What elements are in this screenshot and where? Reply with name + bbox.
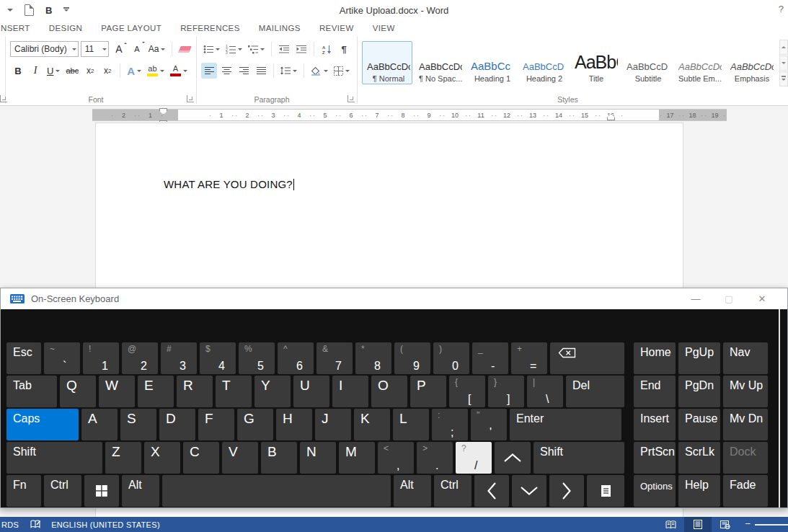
read-mode-button[interactable]	[657, 517, 684, 532]
key-caps[interactable]: Caps	[6, 409, 79, 440]
close-button[interactable]: ✕	[745, 288, 779, 309]
key-3[interactable]: #3	[161, 342, 197, 374]
decrease-indent-button[interactable]	[276, 41, 292, 57]
key-j[interactable]: J	[315, 409, 351, 440]
key-nav[interactable]: Nav	[723, 342, 768, 374]
key-6[interactable]: ^6	[278, 342, 314, 374]
key-w[interactable]: W	[99, 376, 135, 407]
key-c[interactable]: C	[183, 442, 219, 474]
style-card-heading-2[interactable]: AaBbCcDHeading 2	[518, 41, 568, 84]
font-size-combo[interactable]: 11	[81, 41, 109, 57]
text-effects-button[interactable]: A	[125, 63, 143, 79]
key-arrow-up[interactable]	[495, 442, 531, 474]
key-5[interactable]: %5	[239, 342, 275, 374]
key-dock[interactable]: Dock	[723, 442, 768, 474]
numbering-button[interactable]: 123	[223, 41, 244, 57]
key-s[interactable]: S	[120, 409, 156, 440]
help-icon[interactable]: ?	[779, 4, 784, 14]
gallery-scroll-up-icon[interactable]	[779, 40, 788, 55]
key-insert[interactable]: Insert	[634, 409, 676, 440]
key-bracket-left[interactable]: {[	[449, 376, 485, 407]
key-2[interactable]: @2	[122, 342, 158, 374]
key-fn[interactable]: Fn	[6, 475, 41, 507]
key-0[interactable]: )0	[433, 342, 469, 374]
key-p[interactable]: P	[410, 376, 446, 407]
key-period[interactable]: >.	[417, 442, 453, 474]
print-layout-button[interactable]	[684, 517, 712, 532]
strikethrough-button[interactable]: abc	[63, 63, 81, 79]
key-1[interactable]: !1	[83, 342, 119, 374]
key-move-down[interactable]: Mv Dn	[723, 409, 768, 440]
ribbon-tab-references[interactable]: REFERENCES	[171, 24, 249, 32]
paragraph-dialog-launcher-icon[interactable]	[347, 95, 355, 102]
key-z[interactable]: Z	[105, 442, 141, 474]
osk-title-bar[interactable]: On-Screen Keyboard —▢✕	[1, 288, 787, 309]
style-card-normal[interactable]: AaBbCcDc¶ Normal	[362, 41, 412, 84]
key-arrow-left[interactable]	[474, 475, 509, 507]
key-backquote[interactable]: ~`	[44, 342, 80, 374]
key-home[interactable]: Home	[634, 342, 676, 374]
zoom-slider[interactable]	[755, 524, 788, 526]
key-q[interactable]: Q	[60, 376, 96, 407]
ribbon-tab-review[interactable]: REVIEW	[310, 24, 363, 32]
key-ctrl-right[interactable]: Ctrl	[434, 475, 472, 507]
key-pgup[interactable]: PgUp	[678, 342, 720, 374]
proofing-icon[interactable]	[30, 520, 41, 529]
bullets-button[interactable]	[201, 41, 222, 57]
zoom-out-button[interactable]: −	[745, 518, 751, 529]
show-formatting-marks-button[interactable]: ¶	[336, 41, 352, 57]
gallery-scroll-down-icon[interactable]	[779, 56, 788, 71]
key-alt-right[interactable]: Alt	[394, 475, 431, 507]
key-9[interactable]: (9	[394, 342, 430, 374]
align-left-button[interactable]	[201, 63, 217, 79]
borders-button[interactable]	[332, 63, 352, 79]
shading-button[interactable]	[309, 63, 330, 79]
change-case-button[interactable]: Aa	[147, 41, 167, 57]
sort-button[interactable]: AZ	[319, 41, 335, 57]
gallery-more-icon[interactable]	[779, 71, 788, 87]
key-alt-left[interactable]: Alt	[122, 475, 159, 507]
justify-button[interactable]	[253, 63, 269, 79]
key-help[interactable]: Help	[678, 475, 720, 507]
shrink-font-button[interactable]: A	[129, 41, 145, 57]
key-prtscn[interactable]: PrtScn	[634, 442, 676, 474]
ribbon-tab-design[interactable]: DESIGN	[40, 24, 92, 32]
key-r[interactable]: R	[177, 376, 213, 407]
key-i[interactable]: I	[332, 376, 368, 407]
key-del[interactable]: Del	[566, 376, 624, 407]
ribbon-tab-view[interactable]: VIEW	[363, 24, 404, 32]
key-esc[interactable]: Esc	[6, 342, 41, 374]
dropdown-chevron-icon[interactable]	[7, 9, 13, 14]
new-file-icon[interactable]	[25, 4, 34, 16]
maximize-button[interactable]: ▢	[712, 288, 745, 309]
style-card-heading-1[interactable]: AaBbCcHeading 1	[466, 41, 516, 84]
style-card-title[interactable]: AaBbCcTitle	[570, 41, 620, 84]
key-pause[interactable]: Pause	[678, 409, 720, 440]
key-move-up[interactable]: Mv Up	[723, 376, 768, 407]
text-highlight-color-button[interactable]: ab	[145, 63, 167, 79]
key-o[interactable]: O	[371, 376, 407, 407]
key-space[interactable]	[162, 475, 391, 507]
language-indicator[interactable]: ENGLISH (UNITED STATES)	[51, 520, 160, 529]
key-pgdn[interactable]: PgDn	[678, 376, 720, 407]
superscript-button[interactable]: x2	[99, 63, 115, 79]
key-enter[interactable]: Enter	[510, 409, 621, 440]
grow-font-button[interactable]: A	[111, 41, 127, 57]
line-spacing-button[interactable]	[278, 63, 299, 79]
customize-quick-access-icon[interactable]	[63, 7, 69, 14]
key-arrow-down[interactable]	[512, 475, 546, 507]
minimize-button[interactable]: —	[679, 288, 712, 309]
ribbon-tab-nsert[interactable]: NSERT	[0, 24, 40, 32]
key-t[interactable]: T	[216, 376, 252, 407]
key-slash[interactable]: ?/	[456, 442, 492, 474]
key-comma[interactable]: <,	[378, 442, 414, 474]
word-count[interactable]: RDS	[1, 520, 19, 529]
key-m[interactable]: M	[339, 442, 375, 474]
ribbon-tab-mailings[interactable]: MAILINGS	[249, 24, 310, 32]
key-end[interactable]: End	[634, 376, 676, 407]
key-7[interactable]: &7	[316, 342, 353, 374]
key-minus[interactable]: _-	[472, 342, 508, 374]
key-windows[interactable]	[84, 475, 119, 507]
key-quote[interactable]: "'	[471, 409, 507, 440]
key-g[interactable]: G	[237, 409, 273, 440]
